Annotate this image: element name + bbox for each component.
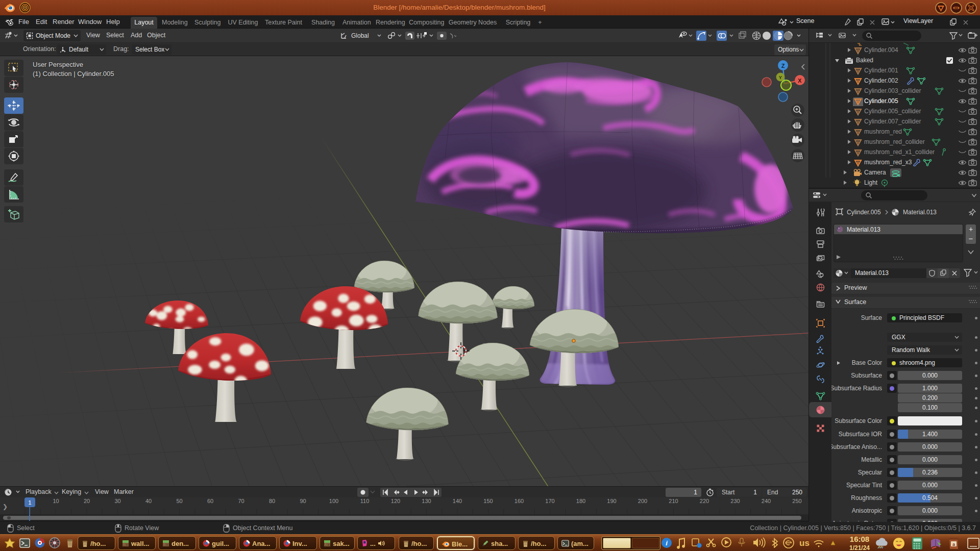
svg-text:220: 220	[700, 498, 709, 504]
svg-text:250: 250	[792, 498, 801, 504]
svg-text:❯: ❯	[3, 503, 8, 510]
svg-text:1: 1	[28, 499, 31, 506]
svg-text:130: 130	[422, 498, 431, 504]
svg-text:30: 30	[114, 498, 120, 504]
svg-text:230: 230	[730, 498, 740, 504]
svg-text:100: 100	[329, 498, 338, 504]
svg-text:60: 60	[207, 498, 213, 504]
svg-text:50: 50	[176, 498, 182, 504]
svg-text:170: 170	[545, 498, 554, 504]
svg-text:i: i	[666, 539, 668, 547]
svg-text:90: 90	[300, 498, 306, 504]
svg-text:X: X	[798, 78, 802, 84]
svg-text:110: 110	[360, 498, 370, 504]
svg-text:Y: Y	[779, 74, 782, 80]
svg-text:240: 240	[762, 498, 771, 504]
svg-text:80: 80	[269, 498, 275, 504]
svg-text:20: 20	[84, 498, 90, 504]
svg-text:160: 160	[514, 498, 524, 504]
svg-text:180: 180	[576, 498, 585, 504]
svg-text:Z: Z	[781, 63, 785, 69]
svg-text:Material.013: Material.013	[903, 209, 937, 216]
svg-text:Cylinder.005: Cylinder.005	[847, 209, 881, 216]
svg-text:150: 150	[483, 498, 493, 504]
svg-text:70: 70	[238, 498, 244, 504]
svg-text:40: 40	[145, 498, 152, 504]
svg-text:us: us	[799, 538, 810, 548]
svg-text:190: 190	[607, 498, 616, 504]
svg-text:Global: Global	[351, 32, 369, 39]
svg-text:10: 10	[53, 498, 59, 504]
svg-text:200: 200	[638, 498, 647, 504]
svg-text:140: 140	[453, 498, 462, 504]
svg-text:210: 210	[669, 498, 678, 504]
svg-text:120: 120	[391, 498, 400, 504]
